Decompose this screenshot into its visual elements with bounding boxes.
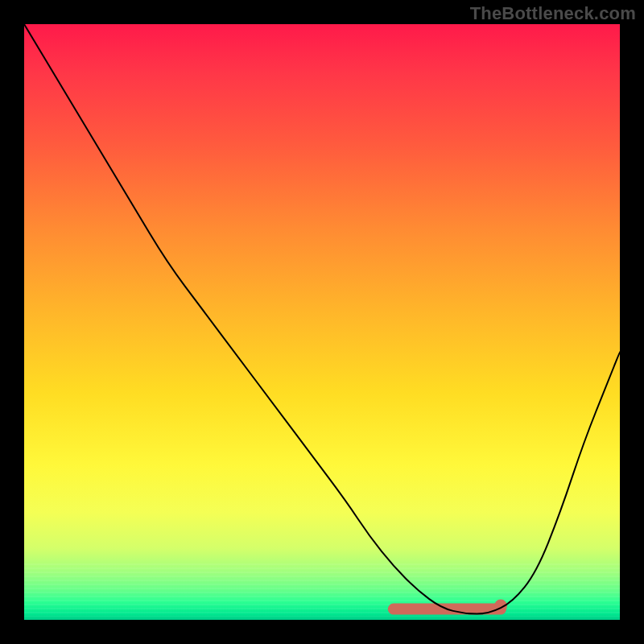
curve-svg	[24, 24, 620, 620]
chart-frame: TheBottleneck.com	[0, 0, 644, 644]
bottleneck-curve-line	[24, 24, 620, 614]
plot-area	[24, 24, 620, 620]
watermark-text: TheBottleneck.com	[470, 3, 636, 24]
